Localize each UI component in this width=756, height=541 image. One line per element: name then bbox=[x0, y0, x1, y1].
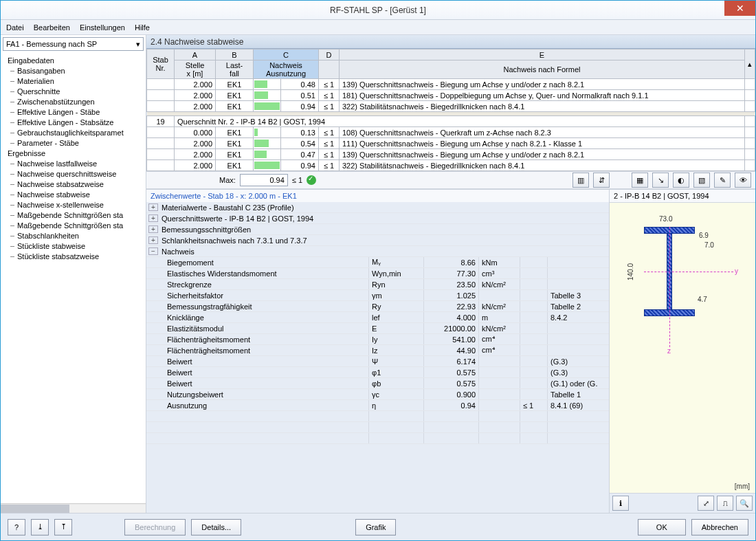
tree-group-results[interactable]: Ergebnisse bbox=[5, 148, 146, 159]
detail-row[interactable]: Flächenträgheitsmoment Iy 541.00 cm⁴ bbox=[146, 334, 609, 345]
detail-row[interactable]: Ausnutzung η 0.94 ≤ 1 8.4.1 (69) bbox=[146, 400, 609, 411]
print-icon-btn[interactable]: 🔍 bbox=[736, 496, 753, 511]
cell-rel[interactable]: ≤ 1 bbox=[319, 90, 340, 101]
axis-icon-btn[interactable]: ⤢ bbox=[698, 496, 714, 511]
menu-datei[interactable]: Datei bbox=[6, 23, 24, 32]
cell-val[interactable]: 0.47 bbox=[281, 149, 319, 160]
detail-group[interactable]: +Materialwerte - Baustahl C 235 (Profile… bbox=[146, 202, 609, 213]
detail-row[interactable]: Streckgrenze Ryn 23.50 kN/cm² bbox=[146, 279, 609, 290]
close-button[interactable]: ✕ bbox=[724, 1, 755, 16]
sort-icon-btn[interactable]: ⇵ bbox=[593, 173, 610, 188]
tree-item[interactable]: Querschnitte bbox=[5, 87, 146, 97]
cell-val[interactable]: 0.13 bbox=[281, 127, 319, 138]
cell-x[interactable]: 2.000 bbox=[175, 160, 216, 171]
cell-bar[interactable] bbox=[254, 127, 281, 138]
detail-row[interactable]: Nutzungsbeiwert γc 0.900 Tabelle 1 bbox=[146, 389, 609, 400]
tree-item[interactable]: Nachweise stabweise bbox=[5, 190, 146, 200]
cell-lf[interactable]: EK1 bbox=[216, 138, 254, 149]
menu-bearbeiten[interactable]: Bearbeiten bbox=[34, 23, 70, 32]
cell-x[interactable]: 2.000 bbox=[175, 138, 216, 149]
grafik-button[interactable]: Grafik bbox=[355, 519, 396, 536]
tree-item[interactable]: Parameter - Stäbe bbox=[5, 138, 146, 148]
cell-val[interactable]: 0.48 bbox=[281, 79, 319, 90]
cell-x[interactable]: 0.000 bbox=[175, 127, 216, 138]
cell-bar[interactable] bbox=[254, 138, 281, 149]
ok-button[interactable]: OK bbox=[638, 519, 686, 536]
row-header[interactable] bbox=[147, 138, 175, 149]
cell-rel[interactable]: ≤ 1 bbox=[319, 160, 340, 171]
cell-rel[interactable]: ≤ 1 bbox=[319, 149, 340, 160]
cell-text[interactable]: 139) Querschnittsnachweis - Biegung um A… bbox=[340, 79, 745, 90]
cell-text[interactable]: 322) Stabilitätsnachweis - Biegedrillkni… bbox=[340, 101, 745, 112]
detail-group[interactable]: +Schlankheitsnachweis nach 7.3.1 und 7.3… bbox=[146, 235, 609, 246]
tree-hscroll[interactable] bbox=[1, 503, 146, 513]
tree-item[interactable]: Nachweise querschnittsweise bbox=[5, 169, 146, 179]
cell-rel[interactable]: ≤ 1 bbox=[319, 127, 340, 138]
detail-group[interactable]: +Bemessungsschnittgrößen bbox=[146, 224, 609, 235]
cell-x[interactable]: 2.000 bbox=[175, 79, 216, 90]
detail-row[interactable]: Elastizitätsmodul E 21000.00 kN/cm² bbox=[146, 323, 609, 334]
detail-row[interactable]: Knicklänge lef 4.000 m 8.4.2 bbox=[146, 312, 609, 323]
export-icon-btn[interactable]: ⤒ bbox=[54, 519, 72, 536]
row-header[interactable] bbox=[147, 101, 175, 112]
cell-lf[interactable]: EK1 bbox=[216, 160, 254, 171]
tool-btn-1[interactable]: ▦ bbox=[632, 173, 648, 188]
calc-button[interactable]: Berechnung bbox=[124, 519, 186, 536]
tree-item[interactable]: Gebrauchstauglichkeitsparamet bbox=[5, 128, 146, 138]
cell-lf[interactable]: EK1 bbox=[216, 149, 254, 160]
tree-item[interactable]: Materialien bbox=[5, 76, 146, 87]
nav-tree[interactable]: Eingabedaten BasisangabenMaterialienQuer… bbox=[1, 53, 146, 503]
cell-lf[interactable]: EK1 bbox=[216, 79, 254, 90]
row-header[interactable] bbox=[147, 79, 175, 90]
tree-group-input[interactable]: Eingabedaten bbox=[5, 56, 146, 66]
cell-x[interactable]: 2.000 bbox=[175, 101, 216, 112]
cell-lf[interactable]: EK1 bbox=[216, 127, 254, 138]
cell-x[interactable]: 2.000 bbox=[175, 149, 216, 160]
detail-row[interactable]: Bemessungstragfähigkeit Ry 22.93 kN/cm² … bbox=[146, 301, 609, 312]
detail-row[interactable]: Biegemoment Mᵧ 8.66 kNm bbox=[146, 257, 609, 268]
cell-text[interactable]: 111) Querschnittsnachweis - Biegung um A… bbox=[340, 138, 745, 149]
cancel-button[interactable]: Abbrechen bbox=[691, 519, 748, 536]
row-header[interactable] bbox=[147, 160, 175, 171]
tool-btn-2[interactable]: ↘ bbox=[652, 173, 669, 188]
tree-item[interactable]: Maßgebende Schnittgrößen sta bbox=[5, 210, 146, 221]
cell-bar[interactable] bbox=[254, 160, 281, 171]
detail-row[interactable]: Beiwert φb 0.575 (G.1) oder (G. bbox=[146, 378, 609, 389]
dims-icon-btn[interactable]: ⎍ bbox=[717, 496, 733, 511]
cell-bar[interactable] bbox=[254, 79, 281, 90]
cell-val[interactable]: 0.94 bbox=[281, 160, 319, 171]
menu-einstellungen[interactable]: Einstellungen bbox=[80, 23, 125, 32]
tool-btn-3[interactable]: ◐ bbox=[673, 173, 689, 188]
cell-text[interactable]: 181) Querschnittsnachweis - Doppelbiegun… bbox=[340, 90, 745, 101]
detail-row[interactable]: Elastisches Widerstandsmoment Wyn,min 77… bbox=[146, 268, 609, 279]
row-header[interactable] bbox=[147, 90, 175, 101]
import-icon-btn[interactable]: ⤓ bbox=[31, 519, 49, 536]
detail-row[interactable]: Beiwert Ψ 6.174 (G.3) bbox=[146, 356, 609, 367]
row-header[interactable] bbox=[147, 149, 175, 160]
tree-item[interactable]: Effektive Längen - Stabsätze bbox=[5, 118, 146, 128]
cell-val[interactable]: 0.54 bbox=[281, 138, 319, 149]
detail-row[interactable]: Flächenträgheitsmoment Iz 44.90 cm⁴ bbox=[146, 345, 609, 356]
tree-item[interactable]: Stabschlankheiten bbox=[5, 231, 146, 241]
menu-hilfe[interactable]: Hilfe bbox=[135, 23, 150, 32]
cell-rel[interactable]: ≤ 1 bbox=[319, 79, 340, 90]
grid-vscroll-up[interactable]: ▴ bbox=[745, 49, 755, 79]
tool-btn-4[interactable]: ▧ bbox=[693, 173, 710, 188]
tool-btn-6[interactable]: 👁 bbox=[735, 173, 751, 188]
tree-item[interactable]: Nachweise lastfallweise bbox=[5, 159, 146, 169]
row-header[interactable] bbox=[147, 127, 175, 138]
cell-text[interactable]: 139) Querschnittsnachweis - Biegung um A… bbox=[340, 149, 745, 160]
detail-group-open[interactable]: −Nachweis bbox=[146, 246, 609, 257]
info-icon-btn[interactable]: ℹ bbox=[612, 496, 629, 511]
filter-icon-btn[interactable]: ▥ bbox=[572, 173, 589, 188]
cell-rel[interactable]: ≤ 1 bbox=[319, 138, 340, 149]
cell-val[interactable]: 0.94 bbox=[281, 101, 319, 112]
cell-text[interactable]: 322) Stabilitätsnachweis - Biegedrillkni… bbox=[340, 160, 745, 171]
tree-item[interactable]: Nachweise x-stellenweise bbox=[5, 200, 146, 210]
cell-val[interactable]: 0.51 bbox=[281, 90, 319, 101]
cell-lf[interactable]: EK1 bbox=[216, 90, 254, 101]
tool-btn-5[interactable]: ✎ bbox=[714, 173, 731, 188]
cell-text[interactable]: 108) Querschnittsnachweis - Querkraft um… bbox=[340, 127, 745, 138]
case-combo[interactable]: FA1 - Bemessung nach SP ▾ bbox=[3, 37, 144, 51]
tree-item[interactable]: Maßgebende Schnittgrößen sta bbox=[5, 221, 146, 231]
